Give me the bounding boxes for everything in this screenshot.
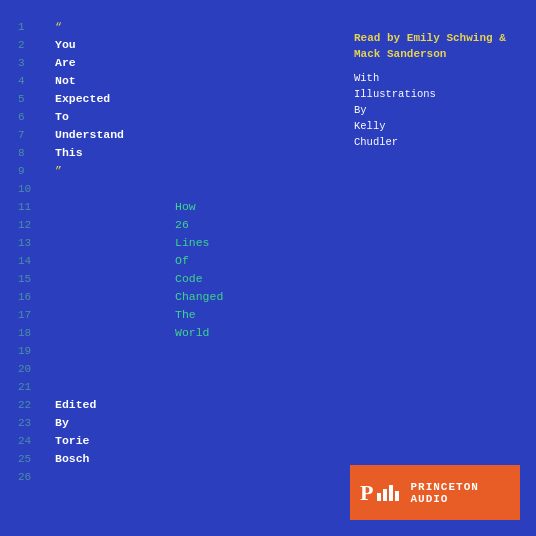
line-num-25: 25 bbox=[18, 450, 38, 468]
line-num-18: 18 bbox=[18, 324, 38, 342]
princeton-badge: P PRINCETON AUDIO bbox=[350, 465, 520, 520]
line-15-text: Code bbox=[175, 270, 223, 288]
line-num-3: 3 bbox=[18, 54, 38, 72]
line-numbers: 1 2 3 4 5 6 7 8 9 10 11 12 13 14 15 16 1… bbox=[18, 18, 38, 486]
line-24-text: Torie bbox=[55, 432, 223, 450]
main-container: 1 2 3 4 5 6 7 8 9 10 11 12 13 14 15 16 1… bbox=[0, 0, 536, 536]
line-18-text: World bbox=[175, 324, 223, 342]
line-4-text: Not bbox=[55, 72, 223, 90]
bar2 bbox=[383, 489, 387, 501]
line-11-text: How bbox=[175, 198, 223, 216]
line-26-text bbox=[55, 468, 223, 486]
read-by-label: Read by Emily Schwing & Mack Sanderson bbox=[354, 30, 514, 62]
p-letter-icon: P bbox=[360, 480, 373, 506]
line-7-text: Understand bbox=[55, 126, 223, 144]
line-num-12: 12 bbox=[18, 216, 38, 234]
line-num-23: 23 bbox=[18, 414, 38, 432]
line-21-text bbox=[55, 378, 223, 396]
line-num-8: 8 bbox=[18, 144, 38, 162]
line-num-5: 5 bbox=[18, 90, 38, 108]
line-num-16: 16 bbox=[18, 288, 38, 306]
line-num-26: 26 bbox=[18, 468, 38, 486]
line-25-text: Bosch bbox=[55, 450, 223, 468]
line-3-text: Are bbox=[55, 54, 223, 72]
line-num-20: 20 bbox=[18, 360, 38, 378]
line-num-21: 21 bbox=[18, 378, 38, 396]
line-1-text: “ bbox=[55, 18, 223, 36]
line-10-text bbox=[55, 180, 223, 198]
line-22-text: Edited bbox=[55, 396, 223, 414]
line-13-text: Lines bbox=[175, 234, 223, 252]
illustrations-label: With Illustrations By Kelly Chudler bbox=[354, 70, 514, 150]
line-num-22: 22 bbox=[18, 396, 38, 414]
line-5-text: Expected bbox=[55, 90, 223, 108]
bar1 bbox=[377, 493, 381, 501]
line-num-1: 1 bbox=[18, 18, 38, 36]
line-num-11: 11 bbox=[18, 198, 38, 216]
line-num-14: 14 bbox=[18, 252, 38, 270]
line-num-19: 19 bbox=[18, 342, 38, 360]
line-23-text: By bbox=[55, 414, 223, 432]
princeton-bars-icon bbox=[377, 485, 399, 501]
line-num-6: 6 bbox=[18, 108, 38, 126]
line-2-text: You bbox=[55, 36, 223, 54]
princeton-logo: P bbox=[360, 480, 402, 506]
line-20-text bbox=[55, 360, 223, 378]
line-12-text: 26 bbox=[175, 216, 223, 234]
line-14-text: Of bbox=[175, 252, 223, 270]
princeton-audio: AUDIO bbox=[410, 493, 478, 505]
line-8-text: This bbox=[55, 144, 223, 162]
line-num-10: 10 bbox=[18, 180, 38, 198]
line-num-9: 9 bbox=[18, 162, 38, 180]
line-num-17: 17 bbox=[18, 306, 38, 324]
line-16-text: Changed bbox=[175, 288, 223, 306]
line-17-text: The bbox=[175, 306, 223, 324]
line-19-text bbox=[55, 342, 223, 360]
princeton-name: PRINCETON bbox=[410, 481, 478, 493]
code-area: “ You Are Not Expected To Understand Thi… bbox=[55, 18, 223, 486]
line-6-text: To bbox=[55, 108, 223, 126]
line-num-4: 4 bbox=[18, 72, 38, 90]
line-num-13: 13 bbox=[18, 234, 38, 252]
line-num-2: 2 bbox=[18, 36, 38, 54]
bar4 bbox=[395, 491, 399, 501]
line-num-7: 7 bbox=[18, 126, 38, 144]
right-panel: Read by Emily Schwing & Mack Sanderson W… bbox=[354, 30, 514, 150]
line-num-15: 15 bbox=[18, 270, 38, 288]
bar3 bbox=[389, 485, 393, 501]
line-num-24: 24 bbox=[18, 432, 38, 450]
line-9-text: ” bbox=[55, 162, 223, 180]
princeton-text: PRINCETON AUDIO bbox=[410, 481, 478, 505]
